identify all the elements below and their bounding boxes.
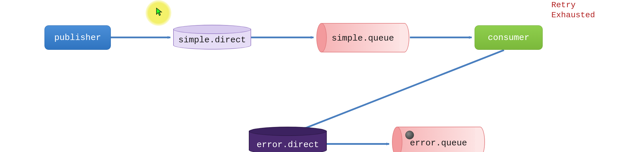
node-publisher: publisher (44, 25, 111, 50)
node-simple-direct: simple.direct (173, 25, 251, 50)
node-simple-direct-label: simple.direct (173, 35, 251, 45)
node-publisher-label: publisher (54, 33, 101, 43)
arrow-consumer-to-error-direct (303, 50, 504, 129)
node-error-queue: error.queue (392, 127, 485, 152)
node-simple-queue-label: simple.queue (316, 33, 409, 43)
cursor-icon (156, 7, 163, 18)
node-simple-queue: simple.queue (316, 23, 409, 52)
node-consumer: consumer (475, 25, 543, 50)
diagram-canvas: publisher simple.direct simple.queue con… (0, 0, 644, 152)
annotation-retry-exhausted: Retry Exhausted (551, 0, 595, 20)
node-error-direct: error.direct (249, 127, 327, 152)
node-consumer-label: consumer (488, 33, 529, 43)
node-error-queue-label: error.queue (392, 138, 485, 148)
node-error-direct-label: error.direct (249, 140, 327, 150)
